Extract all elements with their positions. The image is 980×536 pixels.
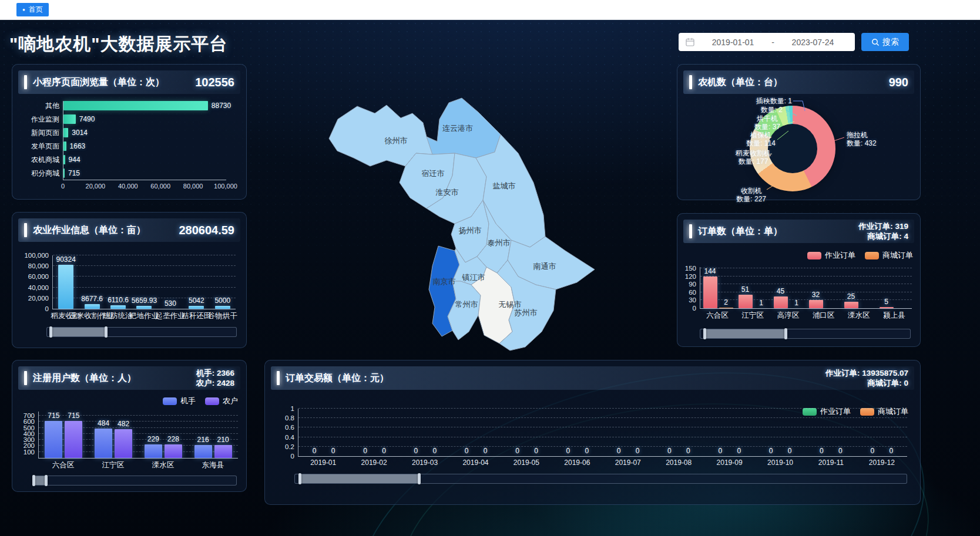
x-tick-label: 2019-10 [767,459,793,467]
bar-value-label: 0 [769,447,773,455]
date-end-input[interactable]: 2023-07-24 [778,38,848,47]
legend-label: 作业订单 [825,250,855,261]
datazoom-window[interactable] [704,329,786,338]
category-label: 农机商城 [21,155,63,164]
panel-header: 订单交易额（单位：元） 作业订单: 13935875.07 商城订单: 0 [271,366,914,390]
bar-value-label: 0 [617,447,621,455]
panel-total-value: 280604.59 [179,224,234,237]
header-accent-bar [689,224,692,238]
bar-value-label: 1 [759,299,763,307]
chart-body: 715715484482229228216210六合区江宁区溧水区东海县 [38,412,238,471]
donut-segment-label: 插秧数量: 1 [756,97,792,105]
bar-group: 5042 [183,255,209,309]
hbar-row: 1663 [63,141,226,151]
home-tab[interactable]: ● 首页 [16,3,49,16]
x-tick-label: 溧水区 [848,311,870,321]
bar-group: 00 [857,409,907,456]
datazoom-handle-right[interactable] [784,328,787,339]
bar-value-label: 0 [686,447,690,455]
map-label: 常州市 [455,300,478,309]
legend-label: 农户 [223,396,238,406]
datazoom-handle-right[interactable] [418,473,421,484]
tab-active-dot-icon: ● [22,8,25,12]
legend-item[interactable]: 农户 [205,396,238,406]
bar-value-label: 5000 [214,296,230,305]
search-button[interactable]: 搜索 [861,33,909,51]
x-tick-slot: 玉米收割作业 [79,311,105,322]
datazoom-handle-left[interactable] [298,473,301,484]
x-tick-label: 高淳区 [777,311,800,321]
datazoom-handle-left[interactable] [32,475,35,486]
header-accent-bar [24,371,27,385]
x-tick-label: 100,000 [214,183,237,190]
bar-group: 530 [157,255,183,309]
map-label: 扬州市 [459,226,482,235]
amount-chart-datazoom-slider[interactable] [294,474,907,484]
bar-wrap: 0 [378,409,389,456]
legend-item[interactable]: 机手 [163,396,196,406]
stat-line: 商城订单: 0 [825,378,908,388]
panel-stats: 作业订单: 319 商城订单: 4 [858,221,908,241]
panel-order-amount: 订单交易额（单位：元） 作业订单: 13935875.07 商城订单: 0 作业… [264,360,921,505]
orders-grouped-bar-chart: 1501209060300144251145132255六合区江宁区高淳区浦口区… [682,267,912,321]
x-tick-slot: 溧水区 [138,460,188,471]
x-tick-slot: 江宁区 [88,460,138,471]
datazoom-handle-right[interactable] [45,475,48,486]
map-label: 泰州市 [488,238,511,247]
datazoom-handle-left[interactable] [703,328,706,339]
bar-group: 00 [349,409,400,456]
x-tick-slot: 六合区 [38,460,88,471]
x-tick-label: 20,000 [86,183,106,190]
bar-value-label: 1 [794,299,798,307]
panel-title: 订单交易额（单位：元） [286,372,389,385]
bar-group: 00 [755,409,806,456]
work-chart-datazoom-slider[interactable] [46,327,237,337]
date-range-picker[interactable]: 2019-01-01 - 2023-07-24 [679,33,855,51]
bar-value-label: 530 [165,299,176,308]
panel-title: 订单数（单位：单） [698,225,783,238]
bar [63,101,208,110]
amount-bar-chart: 10.80.60.40.2000000000000000000000000020… [269,409,907,469]
datazoom-handle-left[interactable] [49,326,52,338]
orders-chart-datazoom-slider[interactable] [700,329,911,339]
bar-wrap: 0 [816,409,827,456]
bar-group: 00 [704,409,755,456]
bar-value-label: 0 [667,447,672,455]
y-tick-label: 150 [685,265,696,272]
bar-wrap: 90324 [56,255,76,309]
donut-label-line: 插秧数量: 1 [756,97,792,105]
legend-item[interactable]: 商城订单 [865,250,913,261]
bar-value-label: 228 [167,435,179,443]
y-tick-label: 0 [693,305,696,312]
bar [719,308,733,308]
bar-wrap: 210 [214,412,232,458]
x-tick-label: 六合区 [706,311,729,321]
datazoom-window[interactable] [51,328,106,336]
bar-wrap: 0 [886,409,897,456]
legend-item[interactable]: 作业订单 [807,250,855,261]
datazoom-window[interactable] [300,474,419,483]
bar [95,429,112,458]
map-label: 南通市 [533,262,556,271]
bar-wrap: 5659.93 [132,255,157,309]
bar-value-label: 0 [363,447,367,455]
x-tick-label: 2019-05 [514,459,539,467]
x-tick-slot: 东海县 [188,460,238,471]
bar [85,304,100,309]
bar-wrap: 51 [739,267,753,308]
x-tick-label: 40,000 [118,183,138,190]
bar-group: 00 [653,409,704,456]
chart-body: 0000000000000000000000002019-012019-0220… [298,409,907,469]
x-tick-label: 60,000 [150,183,170,190]
bar-value-label: 0 [515,447,519,455]
bar-group: 5000 [210,255,236,309]
datazoom-handle-right[interactable] [105,326,108,338]
chart-body: 903248677.66110.65659.9353050425000稻麦收割玉… [52,255,236,322]
bar-value-label: 6110.6 [108,296,129,304]
hbar-row: 944 [63,155,226,164]
bar [63,141,66,151]
stat-line: 作业订单: 319 [858,221,908,231]
users-chart-datazoom-slider[interactable] [33,476,237,486]
date-start-input[interactable]: 2019-01-01 [698,38,768,47]
bar-value-label: 5042 [189,296,204,305]
